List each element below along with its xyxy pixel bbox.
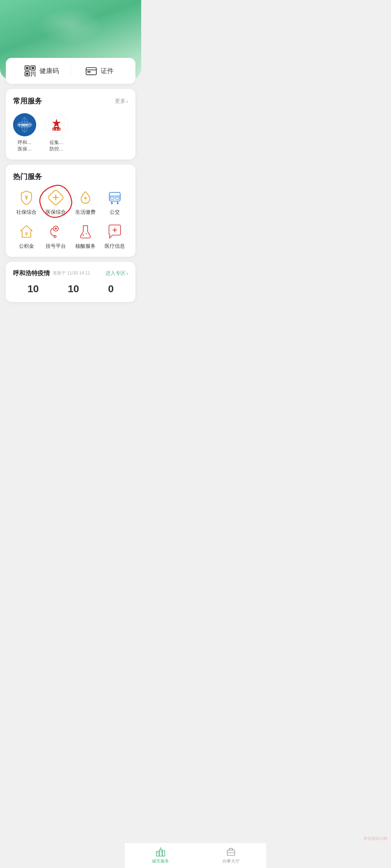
common-services-header: 常用服务 更多 › [13, 96, 128, 106]
hot-services-title: 热门服务 [13, 172, 42, 182]
svg-rect-35 [109, 192, 120, 201]
service-item-1[interactable]: 中国医疗 呼和… 医保… [13, 113, 36, 152]
certificate-label: 证件 [101, 67, 114, 75]
hot-label-gongjijin: 公积金 [19, 243, 34, 250]
svg-rect-10 [33, 73, 34, 75]
shield-yuan-icon: ¥ [18, 189, 35, 206]
hot-label-yiliao: 医疗信息 [105, 243, 125, 250]
common-services-grid: 中国医疗 呼和… 医保… [13, 113, 128, 152]
quick-access-card: 健康码 证件 [6, 58, 135, 84]
alert-title: 呼和浩特疫情 [13, 269, 50, 277]
svg-point-46 [55, 227, 57, 230]
svg-point-50 [85, 233, 87, 234]
svg-rect-13 [34, 75, 35, 76]
svg-rect-29 [59, 128, 60, 130]
svg-point-47 [54, 235, 56, 238]
svg-rect-27 [53, 128, 54, 130]
hot-item-shebao[interactable]: ¥ 社保综合 [13, 189, 40, 216]
svg-rect-14 [86, 68, 96, 75]
svg-rect-37 [110, 197, 114, 199]
alert-num-3: 0 [108, 283, 114, 295]
hot-item-hesuan[interactable]: 核酸服务 [72, 223, 99, 250]
bolt-icon [77, 189, 94, 206]
hot-label-gongjiao: 公交 [110, 209, 120, 216]
alert-link[interactable]: 进入专区 › [105, 270, 128, 277]
hot-label-guahao: 挂号平台 [46, 243, 66, 250]
hot-services-card: 热门服务 ¥ 社保综合 [6, 165, 135, 257]
cross-diamond-icon [47, 189, 64, 206]
hot-item-shenghuo[interactable]: 生活缴费 [72, 189, 99, 216]
quick-access-row: 健康码 证件 [13, 65, 128, 77]
svg-rect-3 [32, 67, 34, 69]
svg-rect-38 [115, 197, 119, 199]
hot-item-yibao[interactable]: 医保综合 [43, 189, 70, 216]
hot-item-gongjiao[interactable]: 公交 [102, 189, 129, 216]
svg-point-49 [83, 234, 84, 236]
service-icon-1: 中国医疗 [13, 113, 36, 136]
hot-label-shebao: 社保综合 [16, 209, 37, 216]
alert-num-1: 10 [28, 283, 39, 295]
flask-icon [77, 223, 94, 240]
service-text-1: 呼和… 医保… [18, 139, 32, 152]
hot-item-yiliao[interactable]: 医疗信息 [102, 223, 129, 250]
qr-code-icon [24, 65, 36, 77]
svg-rect-12 [31, 75, 32, 76]
main-content: 健康码 证件 常用服务 更多 › [0, 58, 141, 336]
common-services-card: 常用服务 更多 › 中国医疗 [6, 89, 135, 159]
svg-rect-16 [87, 71, 91, 73]
common-services-title: 常用服务 [13, 96, 42, 106]
svg-rect-26 [54, 127, 59, 128]
hot-item-gongjijin[interactable]: ¥ 公积金 [13, 223, 40, 250]
svg-point-42 [117, 203, 119, 204]
svg-rect-5 [26, 73, 28, 75]
hot-services-header: 热门服务 [13, 172, 128, 182]
hot-label-shenghuo: 生活缴费 [75, 209, 96, 216]
service-text-2: 征集… 防控… [50, 139, 64, 152]
alert-numbers-row: 10 10 0 [13, 283, 128, 295]
alert-num-2: 10 [68, 283, 79, 295]
bus-icon [106, 189, 123, 206]
stethoscope-icon [47, 223, 64, 240]
health-code-button[interactable]: 健康码 [13, 65, 71, 77]
alert-header-row: 呼和浩特疫情 更新于 11/30 14:11 进入专区 › [13, 269, 128, 277]
house-yuan-icon: ¥ [18, 223, 35, 240]
svg-text:中国医疗: 中国医疗 [18, 123, 31, 127]
svg-rect-1 [26, 67, 28, 69]
medical-info-icon [106, 223, 123, 240]
health-code-label: 健康码 [39, 67, 59, 75]
hot-services-grid: ¥ 社保综合 医保综合 [13, 189, 128, 250]
service-item-2[interactable]: 征集… 防控… [45, 113, 68, 152]
common-services-more[interactable]: 更多 › [115, 98, 128, 105]
hot-item-guahao[interactable]: 挂号平台 [43, 223, 70, 250]
svg-text:¥: ¥ [25, 231, 28, 237]
svg-rect-6 [31, 72, 32, 73]
certificate-button[interactable]: 证件 [71, 66, 129, 76]
svg-point-41 [111, 203, 113, 204]
card-icon [85, 66, 97, 76]
svg-rect-28 [56, 128, 57, 130]
svg-rect-9 [31, 73, 32, 75]
alert-card: 呼和浩特疫情 更新于 11/30 14:11 进入专区 › 10 10 0 [6, 262, 135, 302]
alert-update: 更新于 11/30 14:11 [53, 270, 102, 276]
hot-label-hesuan: 核酸服务 [75, 243, 96, 250]
svg-rect-7 [33, 72, 34, 73]
svg-marker-34 [84, 195, 87, 202]
svg-text:¥: ¥ [25, 195, 28, 201]
hot-label-yibao: 医保综合 [46, 209, 66, 216]
service-icon-2 [45, 113, 68, 136]
svg-rect-8 [34, 72, 35, 73]
header-decoration [38, 7, 103, 43]
svg-rect-11 [34, 73, 35, 75]
